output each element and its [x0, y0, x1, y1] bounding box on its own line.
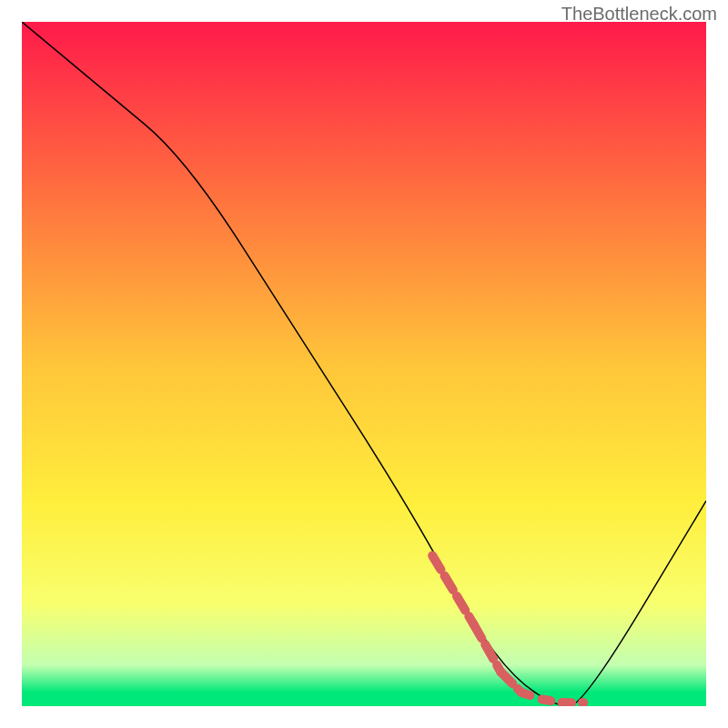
chart-plot — [22, 22, 706, 706]
gradient-background — [22, 22, 706, 706]
watermark-text: TheBottleneck.com — [561, 4, 717, 25]
